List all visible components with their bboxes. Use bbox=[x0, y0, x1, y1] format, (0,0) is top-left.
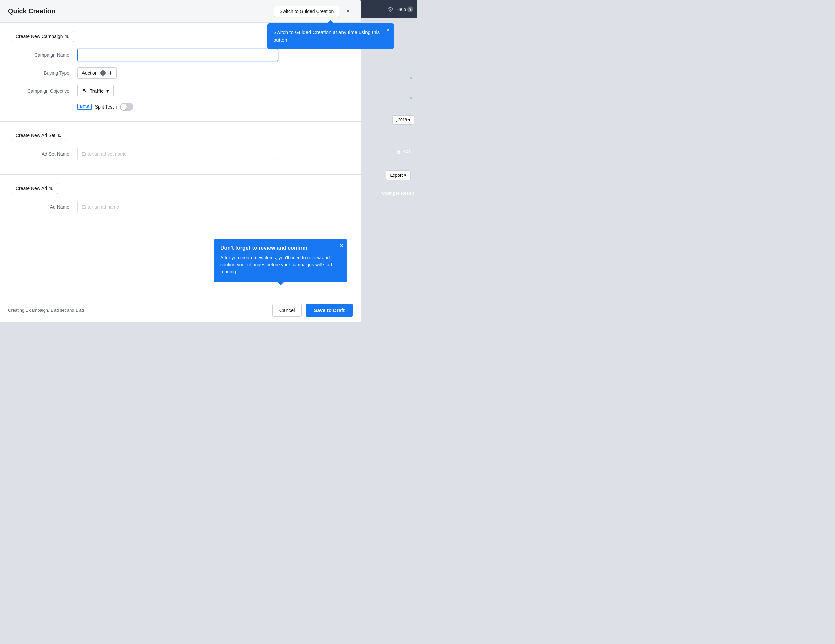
review-tooltip-text: After you create new items, you'll need … bbox=[221, 255, 341, 276]
ad-name-row: Ad Name bbox=[11, 201, 350, 213]
ad-section: Create New Ad ⇅ Ad Name bbox=[0, 174, 361, 227]
save-to-draft-button[interactable]: Save to Draft bbox=[305, 304, 353, 317]
toggle-thumb bbox=[120, 104, 127, 110]
ad-set-name-control bbox=[78, 148, 278, 160]
guided-tooltip-text: Switch to Guided Creation at any time us… bbox=[273, 29, 388, 44]
create-campaign-label: Create New Campaign bbox=[16, 34, 63, 39]
split-test-info-icon[interactable]: i bbox=[115, 104, 117, 110]
export-button[interactable]: Export ▾ bbox=[386, 170, 411, 180]
ad-name-input[interactable] bbox=[78, 201, 278, 213]
ad-set-name-label: Ad Set Name bbox=[11, 151, 78, 157]
ads-grid-icon: ▦ bbox=[396, 149, 401, 154]
campaign-objective-value: Traffic bbox=[89, 88, 104, 94]
footer-buttons: Cancel Save to Draft bbox=[272, 304, 353, 317]
buying-type-label: Buying Type bbox=[11, 70, 78, 76]
ad-name-control bbox=[78, 201, 278, 213]
split-test-new-badge: NEW bbox=[78, 104, 91, 110]
gear-icon[interactable]: ⚙ bbox=[388, 5, 394, 13]
footer-info-text: Creating 1 campaign, 1 ad set and 1 ad bbox=[8, 308, 84, 313]
review-tooltip-close-button[interactable]: × bbox=[340, 242, 343, 250]
campaign-objective-control: ↖ Traffic ▾ bbox=[78, 85, 278, 97]
panel-close-1[interactable]: × bbox=[409, 75, 413, 81]
ads-section: ▦ Ads bbox=[396, 149, 411, 154]
buying-type-value: Auction bbox=[82, 70, 97, 76]
campaign-name-row: Campaign Name bbox=[11, 49, 350, 62]
split-test-row: NEW Split Test i bbox=[11, 103, 350, 110]
switch-guided-button[interactable]: Switch to Guided Creation bbox=[274, 6, 340, 17]
buying-type-control: Auction i ⬍ bbox=[78, 67, 278, 79]
panel-close-2[interactable]: × bbox=[409, 95, 413, 101]
date-label: , 2018 bbox=[396, 117, 407, 122]
create-ad-label: Create New Ad bbox=[16, 186, 47, 191]
create-new-ad-set-button[interactable]: Create New Ad Set ⇅ bbox=[11, 130, 67, 141]
guided-creation-tooltip: × Switch to Guided Creation at any time … bbox=[267, 23, 394, 49]
help-icon: ? bbox=[408, 6, 414, 12]
create-new-campaign-button[interactable]: Create New Campaign ⇅ bbox=[11, 31, 74, 42]
create-new-ad-button[interactable]: Create New Ad ⇅ bbox=[11, 183, 58, 194]
ad-set-name-input[interactable] bbox=[78, 148, 278, 160]
campaign-name-control bbox=[78, 49, 278, 62]
split-test-label: Split Test i bbox=[95, 104, 117, 110]
buying-type-info-icon[interactable]: i bbox=[100, 70, 106, 76]
help-button[interactable]: Help ? bbox=[396, 6, 414, 12]
date-chevron-icon: ▾ bbox=[408, 117, 411, 122]
ad-set-name-row: Ad Set Name bbox=[11, 148, 350, 160]
ads-label: Ads bbox=[403, 149, 411, 154]
review-tooltip-title: Don't forget to review and confirm bbox=[221, 245, 341, 251]
buying-type-chevron-icon: ⬍ bbox=[108, 70, 112, 76]
ad-name-label: Ad Name bbox=[11, 204, 78, 210]
modal-header: Quick Creation Switch to Guided Creation… bbox=[0, 0, 361, 23]
objective-chevron-icon: ▾ bbox=[106, 88, 109, 94]
campaign-name-label: Campaign Name bbox=[11, 52, 78, 58]
modal-title: Quick Creation bbox=[8, 7, 55, 15]
modal-footer: Creating 1 campaign, 1 ad set and 1 ad C… bbox=[0, 298, 361, 322]
export-chevron-icon: ▾ bbox=[404, 173, 406, 178]
ad-sort-icon: ⇅ bbox=[49, 186, 53, 191]
top-bar: ⚙ Help ? bbox=[351, 0, 418, 18]
switch-guided-label: Switch to Guided Creation bbox=[279, 9, 334, 14]
modal-close-button[interactable]: × bbox=[343, 6, 353, 16]
toggle-track[interactable] bbox=[120, 103, 133, 110]
ad-set-sort-icon: ⇅ bbox=[57, 133, 62, 138]
campaign-name-input[interactable] bbox=[78, 49, 278, 62]
campaign-objective-row: Campaign Objective ↖ Traffic ▾ bbox=[11, 85, 350, 97]
create-ad-set-label: Create New Ad Set bbox=[16, 133, 55, 138]
ad-set-section: Create New Ad Set ⇅ Ad Set Name bbox=[0, 121, 361, 174]
buying-type-row: Buying Type Auction i ⬍ bbox=[11, 67, 350, 79]
cancel-button[interactable]: Cancel bbox=[272, 304, 302, 317]
campaign-sort-icon: ⇅ bbox=[65, 34, 69, 39]
campaign-objective-label: Campaign Objective bbox=[11, 88, 78, 94]
export-label: Export bbox=[390, 173, 403, 178]
review-confirm-tooltip: × Don't forget to review and confirm Aft… bbox=[214, 239, 348, 282]
cursor-icon: ↖ bbox=[83, 88, 87, 94]
date-picker[interactable]: , 2018 ▾ bbox=[392, 115, 414, 125]
split-test-toggle[interactable] bbox=[120, 103, 133, 110]
campaign-objective-select[interactable]: ↖ Traffic ▾ bbox=[78, 85, 114, 97]
guided-tooltip-close-button[interactable]: × bbox=[387, 27, 390, 34]
buying-type-select[interactable]: Auction i ⬍ bbox=[78, 67, 117, 79]
cost-per-result-label: Cost per Result bbox=[382, 190, 414, 196]
